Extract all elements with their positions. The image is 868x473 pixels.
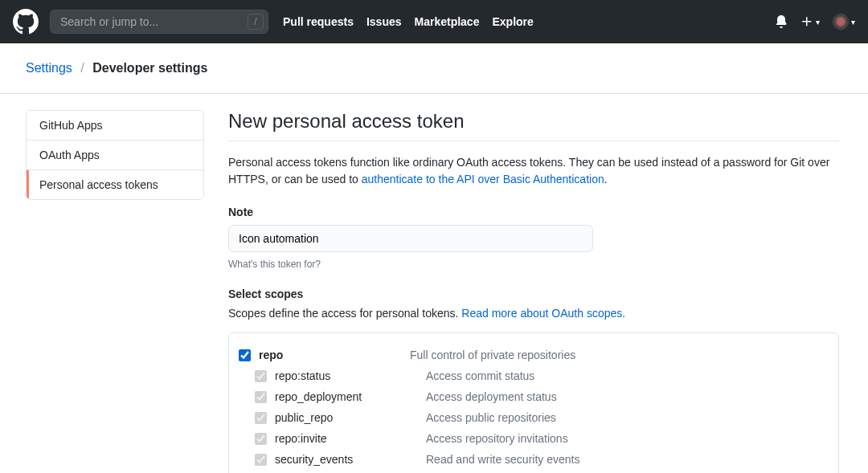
scope-desc: Access repository invitations — [426, 432, 568, 445]
scopes-intro: Scopes define the access for personal to… — [228, 307, 839, 320]
scope-desc: Access public repositories — [426, 411, 556, 424]
sidebar-item-github-apps[interactable]: GitHub Apps — [27, 111, 203, 141]
scope-name: repo:status — [275, 369, 426, 382]
scopes-intro-before: Scopes define the access for personal to… — [228, 307, 461, 320]
scopes-intro-link[interactable]: Read more about OAuth scopes. — [461, 307, 625, 320]
scopes-label: Select scopes — [228, 287, 839, 300]
note-hint: What's this token for? — [228, 259, 839, 270]
scope-desc: Access deployment status — [426, 390, 557, 403]
nav-explore[interactable]: Explore — [492, 15, 533, 28]
avatar — [833, 14, 849, 30]
sidebar-nav: GitHub AppsOAuth AppsPersonal access tok… — [26, 110, 204, 200]
sidebar-item-oauth-apps[interactable]: OAuth Apps — [27, 141, 203, 170]
breadcrumb-separator: / — [76, 61, 88, 75]
sidebar-item-personal-access-tokens[interactable]: Personal access tokens — [27, 170, 203, 199]
scope-name: repo_deployment — [275, 390, 426, 403]
scope-checkbox-repo-status[interactable] — [255, 370, 267, 382]
intro-text: Personal access tokens function like ord… — [228, 154, 839, 188]
scope-row-repo-deployment: repo_deploymentAccess deployment status — [239, 386, 829, 407]
global-header: / Pull requests Issues Marketplace Explo… — [0, 0, 868, 43]
scope-checkbox-repo-deployment[interactable] — [255, 391, 267, 403]
intro-link[interactable]: authenticate to the API over Basic Authe… — [362, 173, 604, 186]
sidebar: GitHub AppsOAuth AppsPersonal access tok… — [26, 110, 204, 473]
scope-row-repo-status: repo:statusAccess commit status — [239, 365, 829, 386]
scope-checkbox-repo-invite[interactable] — [255, 433, 267, 445]
search-container: / — [50, 10, 268, 34]
scope-name: repo:invite — [275, 432, 426, 445]
intro-after: . — [604, 173, 608, 186]
scope-desc: Full control of private repositories — [410, 349, 575, 361]
breadcrumb-settings[interactable]: Settings — [26, 61, 72, 75]
header-right: ▾ ▾ — [775, 14, 855, 30]
scope-checkbox-repo[interactable] — [239, 349, 251, 361]
nav-pull-requests[interactable]: Pull requests — [283, 15, 354, 28]
scope-checkbox-public-repo[interactable] — [255, 412, 267, 424]
notifications-icon[interactable] — [775, 15, 788, 28]
scope-checkbox-security-events[interactable] — [255, 454, 267, 466]
scopes-list: repoFull control of private repositories… — [228, 332, 839, 473]
scope-row-security-events: security_eventsRead and write security e… — [239, 449, 829, 470]
search-input[interactable] — [50, 10, 268, 34]
scope-name: repo — [259, 349, 410, 361]
scope-row-repo: repoFull control of private repositories — [239, 345, 829, 365]
scope-name: public_repo — [275, 411, 426, 424]
user-menu[interactable]: ▾ — [833, 14, 855, 30]
scope-name: security_events — [275, 453, 426, 466]
scope-row-repo-invite: repo:inviteAccess repository invitations — [239, 428, 829, 449]
nav-marketplace[interactable]: Marketplace — [415, 15, 480, 28]
create-new-dropdown[interactable]: ▾ — [800, 15, 820, 28]
scope-desc: Access commit status — [426, 369, 534, 382]
primary-nav: Pull requests Issues Marketplace Explore — [283, 15, 534, 28]
page-title: New personal access token — [228, 110, 839, 141]
note-input[interactable] — [228, 225, 593, 252]
breadcrumb-current: Developer settings — [92, 61, 207, 75]
content: New personal access token Personal acces… — [228, 110, 839, 473]
breadcrumb: Settings / Developer settings — [0, 43, 868, 94]
scope-row-public-repo: public_repoAccess public repositories — [239, 407, 829, 428]
slash-key-hint: / — [248, 14, 264, 30]
note-section: Note What's this token for? — [228, 206, 839, 270]
github-logo[interactable] — [13, 9, 39, 35]
nav-issues[interactable]: Issues — [366, 15, 402, 28]
main-layout: GitHub AppsOAuth AppsPersonal access tok… — [0, 94, 868, 473]
note-label: Note — [228, 206, 839, 218]
scopes-section: Select scopes Scopes define the access f… — [228, 287, 839, 473]
scope-desc: Read and write security events — [426, 453, 579, 466]
